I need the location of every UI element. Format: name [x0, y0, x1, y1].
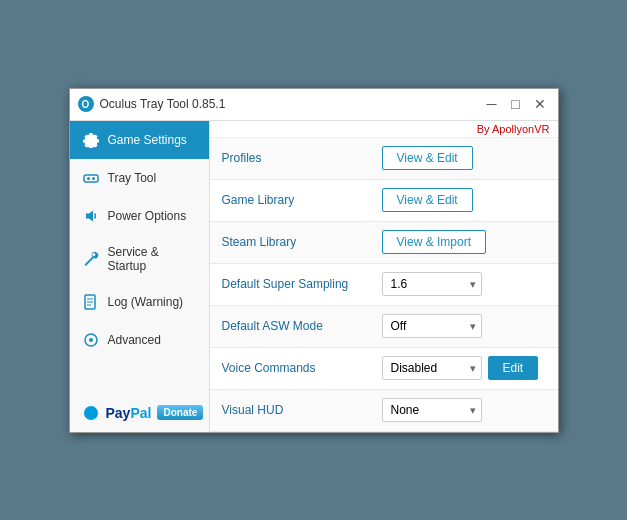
voice-commands-edit-button[interactable]: Edit	[488, 356, 539, 380]
super-sampling-select[interactable]: 1.0 1.2 1.4 1.6 1.8 2.0	[382, 272, 482, 296]
gear-icon	[82, 131, 100, 149]
paypal-icon	[82, 404, 100, 422]
super-sampling-label: Default Super Sampling	[222, 277, 382, 291]
window-title: Oculus Tray Tool 0.85.1	[100, 97, 226, 111]
asw-mode-select[interactable]: Off On Auto 45fps Force 45fps	[382, 314, 482, 338]
steam-library-row: Steam Library View & Import	[210, 222, 558, 264]
sidebar-tray-tool-label: Tray Tool	[108, 171, 157, 185]
vr-icon	[82, 169, 100, 187]
game-library-view-edit-button[interactable]: View & Edit	[382, 188, 473, 212]
sidebar-game-settings-label: Game Settings	[108, 133, 187, 147]
svg-point-9	[84, 406, 98, 420]
super-sampling-row: Default Super Sampling 1.0 1.2 1.4 1.6 1…	[210, 264, 558, 306]
sidebar-item-tray-tool[interactable]: Tray Tool	[70, 159, 209, 197]
steam-library-controls: View & Import	[382, 230, 546, 254]
minimize-button[interactable]: ─	[482, 94, 502, 114]
sidebar-item-service-startup[interactable]: Service & Startup	[70, 235, 209, 283]
super-sampling-controls: 1.0 1.2 1.4 1.6 1.8 2.0	[382, 272, 546, 296]
asw-mode-select-wrapper: Off On Auto 45fps Force 45fps	[382, 314, 482, 338]
profiles-controls: View & Edit	[382, 146, 546, 170]
sidebar-item-log-warning[interactable]: Log (Warning)	[70, 283, 209, 321]
donate-badge: Donate	[157, 405, 203, 420]
visual-hud-controls: None Performance Summary	[382, 398, 546, 422]
super-sampling-select-wrapper: 1.0 1.2 1.4 1.6 1.8 2.0	[382, 272, 482, 296]
sidebar-service-startup-label: Service & Startup	[108, 245, 197, 273]
visual-hud-select-wrapper: None Performance Summary	[382, 398, 482, 422]
game-library-label: Game Library	[222, 193, 382, 207]
steam-library-view-import-button[interactable]: View & Import	[382, 230, 486, 254]
profiles-row: Profiles View & Edit	[210, 138, 558, 180]
credit-line: By ApollyonVR	[210, 121, 558, 138]
asw-mode-controls: Off On Auto 45fps Force 45fps	[382, 314, 546, 338]
voice-commands-label: Voice Commands	[222, 361, 382, 375]
game-library-row: Game Library View & Edit	[210, 180, 558, 222]
app-window: O Oculus Tray Tool 0.85.1 ─ □ ✕ Game Set…	[69, 88, 559, 433]
sidebar-log-warning-label: Log (Warning)	[108, 295, 184, 309]
paypal-section: PayPal Donate	[70, 394, 209, 432]
settings-panel: By ApollyonVR Profiles View & Edit Game …	[210, 121, 558, 432]
steam-library-label: Steam Library	[222, 235, 382, 249]
main-content: Game Settings Tray Tool	[70, 121, 558, 432]
profiles-label: Profiles	[222, 151, 382, 165]
svg-point-8	[89, 338, 93, 342]
advanced-icon	[82, 331, 100, 349]
game-library-controls: View & Edit	[382, 188, 546, 212]
sidebar-item-advanced[interactable]: Advanced	[70, 321, 209, 359]
settings-table: Profiles View & Edit Game Library View &…	[210, 138, 558, 432]
visual-hud-select[interactable]: None Performance Summary	[382, 398, 482, 422]
app-icon: O	[78, 96, 94, 112]
visual-hud-row: Visual HUD None Performance Summary	[210, 390, 558, 432]
sidebar-advanced-label: Advanced	[108, 333, 161, 347]
asw-mode-label: Default ASW Mode	[222, 319, 382, 333]
svg-point-1	[87, 177, 90, 180]
wrench-icon	[82, 250, 100, 268]
maximize-button[interactable]: □	[506, 94, 526, 114]
sidebar-power-options-label: Power Options	[108, 209, 187, 223]
speaker-icon	[82, 207, 100, 225]
close-button[interactable]: ✕	[530, 94, 550, 114]
voice-commands-select-wrapper: Disabled Enabled	[382, 356, 482, 380]
svg-rect-0	[84, 175, 98, 182]
title-bar-left: O Oculus Tray Tool 0.85.1	[78, 96, 226, 112]
sidebar-item-game-settings[interactable]: Game Settings	[70, 121, 209, 159]
asw-mode-row: Default ASW Mode Off On Auto 45fps Force…	[210, 306, 558, 348]
window-controls: ─ □ ✕	[482, 94, 550, 114]
sidebar: Game Settings Tray Tool	[70, 121, 210, 432]
voice-commands-row: Voice Commands Disabled Enabled Edit	[210, 348, 558, 390]
profiles-view-edit-button[interactable]: View & Edit	[382, 146, 473, 170]
sidebar-spacer	[70, 359, 209, 394]
paypal-logo: PayPal	[106, 405, 152, 421]
doc-icon	[82, 293, 100, 311]
visual-hud-label: Visual HUD	[222, 403, 382, 417]
svg-point-2	[92, 177, 95, 180]
title-bar: O Oculus Tray Tool 0.85.1 ─ □ ✕	[70, 89, 558, 121]
voice-commands-controls: Disabled Enabled Edit	[382, 356, 546, 380]
voice-commands-select[interactable]: Disabled Enabled	[382, 356, 482, 380]
sidebar-item-power-options[interactable]: Power Options	[70, 197, 209, 235]
